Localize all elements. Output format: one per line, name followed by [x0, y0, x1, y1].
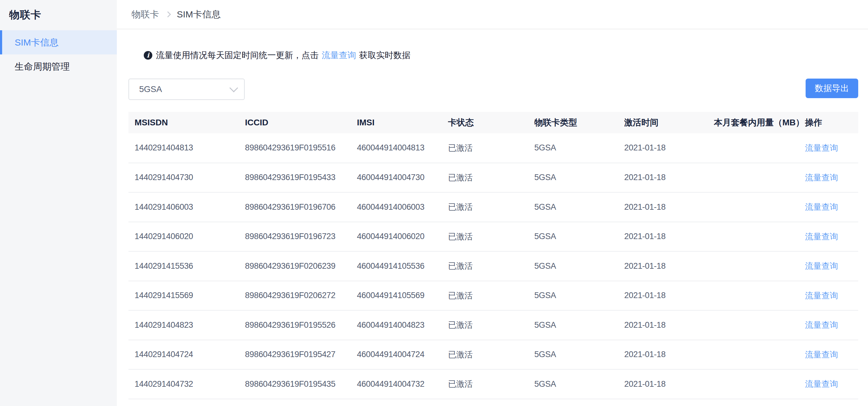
cell-imsi: 460044914105569: [351, 281, 442, 311]
info-icon: i: [144, 51, 152, 60]
column-header: 本月套餐内用量（MB）: [708, 112, 799, 133]
cell-imsi: 460044914004732: [351, 369, 442, 399]
cell-imsi: 460044914004724: [351, 340, 442, 370]
cell-iccid: 898604293619F0195435: [239, 369, 351, 399]
breadcrumb-item[interactable]: 物联卡: [131, 8, 159, 21]
cell-type: 5GSA: [528, 281, 618, 311]
cell-iccid: 898604293619F0195516: [239, 133, 351, 163]
traffic-query-link[interactable]: 流量查询: [805, 173, 838, 182]
column-header: 激活时间: [618, 112, 708, 133]
cell-imsi: 460044914004823: [351, 310, 442, 340]
table-row: 1440291415536898604293619F02062394600449…: [128, 251, 858, 281]
cell-imsi: 460044914006020: [351, 222, 442, 252]
traffic-query-link[interactable]: 流量查询: [805, 350, 838, 359]
cell-activated-at: 2021-01-18: [618, 251, 708, 281]
cell-action: 流量查询: [799, 369, 858, 399]
cell-imsi: 460044914004730: [351, 163, 442, 193]
cell-activated-at: 2021-01-18: [618, 281, 708, 311]
cell-type: 5GSA: [528, 222, 618, 252]
export-data-button[interactable]: 数据导出: [806, 79, 858, 98]
cell-iccid: 898604293619F0195433: [239, 163, 351, 193]
cell-type: 5GSA: [528, 369, 618, 399]
column-header: IMSI: [351, 112, 442, 133]
table-row: 1440291404813898604293619F01955164600449…: [128, 133, 858, 163]
traffic-query-link[interactable]: 流量查询: [805, 379, 838, 388]
column-header: 卡状态: [442, 112, 528, 133]
cell-iccid: 898604293619F0195427: [239, 340, 351, 370]
traffic-query-link[interactable]: 流量查询: [322, 50, 356, 61]
column-header: ICCID: [239, 112, 351, 133]
chevron-down-icon: [229, 84, 238, 92]
table-row: 1440291404730898604293619F01954334600449…: [128, 163, 858, 193]
cell-type: 5GSA: [528, 310, 618, 340]
cell-usage-mb: [708, 192, 799, 222]
cell-type: 5GSA: [528, 192, 618, 222]
cell-msisdn: 1440291406020: [128, 222, 239, 252]
app-root: 物联卡 SIM卡信息生命周期管理 物联卡SIM卡信息 i 流量使用情况每天固定时…: [0, 0, 868, 406]
cell-msisdn: 1440291406003: [128, 192, 239, 222]
traffic-query-link[interactable]: 流量查询: [805, 320, 838, 330]
cell-msisdn: 1440291415569: [128, 281, 239, 311]
traffic-query-link[interactable]: 流量查询: [805, 261, 838, 271]
column-header: MSISDN: [128, 112, 239, 133]
table-body: 1440291404813898604293619F01955164600449…: [128, 133, 858, 399]
cell-iccid: 898604293619F0196723: [239, 222, 351, 252]
cell-type: 5GSA: [528, 163, 618, 193]
cell-status: 已激活: [442, 251, 528, 281]
column-header: 操作: [799, 112, 858, 133]
cell-activated-at: 2021-01-18: [618, 192, 708, 222]
cell-imsi: 460044914105536: [351, 251, 442, 281]
cell-status: 已激活: [442, 310, 528, 340]
cell-action: 流量查询: [799, 133, 858, 163]
cell-action: 流量查询: [799, 340, 858, 370]
table-row: 1440291406020898604293619F01967234600449…: [128, 222, 858, 252]
sidebar-title: 物联卡: [0, 0, 117, 30]
sidebar-item-lifecycle-management[interactable]: 生命周期管理: [0, 55, 117, 79]
cell-usage-mb: [708, 251, 799, 281]
breadcrumb: 物联卡SIM卡信息: [131, 8, 220, 21]
cell-usage-mb: [708, 281, 799, 311]
cell-activated-at: 2021-01-18: [618, 340, 708, 370]
notice-text-after: 获取实时数据: [359, 50, 410, 61]
card-type-select[interactable]: 5GSA: [128, 79, 245, 100]
traffic-query-link[interactable]: 流量查询: [805, 291, 838, 300]
cell-action: 流量查询: [799, 192, 858, 222]
cell-usage-mb: [708, 133, 799, 163]
cell-msisdn: 1440291404724: [128, 340, 239, 370]
breadcrumb-separator-icon: [165, 11, 171, 18]
cell-usage-mb: [708, 163, 799, 193]
cell-status: 已激活: [442, 163, 528, 193]
cell-activated-at: 2021-01-18: [618, 222, 708, 252]
table-row: 1440291406003898604293619F01967064600449…: [128, 192, 858, 222]
cell-action: 流量查询: [799, 222, 858, 252]
traffic-query-link[interactable]: 流量查询: [805, 144, 838, 153]
cell-activated-at: 2021-01-18: [618, 310, 708, 340]
topbar: 物联卡SIM卡信息: [117, 0, 868, 29]
cell-type: 5GSA: [528, 133, 618, 163]
cell-activated-at: 2021-01-18: [618, 133, 708, 163]
cell-status: 已激活: [442, 281, 528, 311]
sidebar-item-sim-card-info[interactable]: SIM卡信息: [0, 30, 117, 55]
cell-usage-mb: [708, 222, 799, 252]
cell-msisdn: 1440291404732: [128, 369, 239, 399]
notice-text-before: 流量使用情况每天固定时间统一更新，点击: [156, 50, 319, 61]
cell-action: 流量查询: [799, 310, 858, 340]
cell-iccid: 898604293619F0195526: [239, 310, 351, 340]
cell-action: 流量查询: [799, 281, 858, 311]
table-row: 1440291404732898604293619F01954354600449…: [128, 369, 858, 399]
cell-type: 5GSA: [528, 251, 618, 281]
table-header-row: MSISDNICCIDIMSI卡状态物联卡类型激活时间本月套餐内用量（MB）操作: [128, 112, 858, 133]
cell-imsi: 460044914006003: [351, 192, 442, 222]
cell-imsi: 460044914004813: [351, 133, 442, 163]
sim-card-table: MSISDNICCIDIMSI卡状态物联卡类型激活时间本月套餐内用量（MB）操作…: [128, 112, 858, 399]
main-area: 物联卡SIM卡信息 i 流量使用情况每天固定时间统一更新，点击 流量查询 获取实…: [117, 0, 868, 406]
cell-msisdn: 1440291404823: [128, 310, 239, 340]
cell-status: 已激活: [442, 133, 528, 163]
table-row: 1440291415569898604293619F02062724600449…: [128, 281, 858, 311]
traffic-query-link[interactable]: 流量查询: [805, 232, 838, 241]
sidebar: 物联卡 SIM卡信息生命周期管理: [0, 0, 117, 406]
breadcrumb-item: SIM卡信息: [177, 8, 220, 21]
cell-activated-at: 2021-01-18: [618, 163, 708, 193]
traffic-query-link[interactable]: 流量查询: [805, 202, 838, 212]
content: i 流量使用情况每天固定时间统一更新，点击 流量查询 获取实时数据 5GSA 数…: [117, 29, 868, 399]
